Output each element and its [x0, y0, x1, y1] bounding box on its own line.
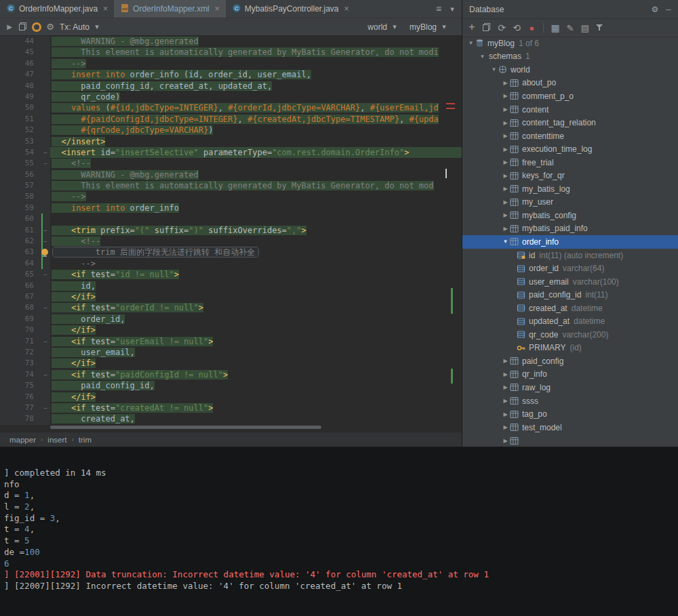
tree-item-content[interactable]: ▶content: [462, 103, 678, 117]
code-line[interactable]: 73 </if>: [0, 358, 462, 369]
run-console[interactable]: ] completed in 14 msnfod = 1,l = 2,fig_i…: [0, 447, 678, 616]
code-line[interactable]: 49 qr_code): [0, 91, 462, 102]
code-line[interactable]: 64 -->: [0, 258, 462, 269]
code-line[interactable]: 50 values (#{id,jdbcType=INTEGER}, #{ord…: [0, 102, 462, 113]
code-line[interactable]: 57 This element is automatically generat…: [0, 180, 462, 191]
fold-marker[interactable]: [41, 403, 50, 413]
chevron-collapsed-icon[interactable]: ▶: [501, 186, 510, 192]
edit-icon[interactable]: [563, 21, 577, 35]
fold-marker[interactable]: [41, 147, 50, 158]
code-line[interactable]: 52 #{qrCode,jdbcType=VARCHAR}): [0, 125, 462, 136]
tree-item-keys_for_qr[interactable]: ▶keys_for_qr: [462, 169, 678, 182]
table-view-icon[interactable]: [549, 21, 562, 35]
tree-item-raw_log[interactable]: ▶raw_log: [462, 381, 678, 394]
tree-item-my_batis_log[interactable]: ▶my_batis_log: [462, 182, 678, 196]
filter-icon[interactable]: [593, 21, 607, 35]
code-line[interactable]: 75 paid_config_id,: [0, 380, 462, 391]
code-line[interactable]: 76 </if>: [0, 392, 462, 403]
chevron-expanded-icon[interactable]: ▼: [478, 54, 487, 60]
close-icon[interactable]: ×: [103, 4, 108, 14]
tree-item-user_email[interactable]: user_emailvarchar(100): [462, 275, 678, 289]
hamburger-icon[interactable]: [432, 2, 445, 16]
code-line[interactable]: 54 <insert id="insertSelective" paramete…: [0, 147, 462, 158]
code-line[interactable]: 53 </insert>: [0, 136, 462, 147]
code-line[interactable]: 69 order_id,: [0, 314, 462, 325]
horizontal-scrollbar[interactable]: [50, 426, 321, 429]
chevron-collapsed-icon[interactable]: ▶: [501, 212, 510, 218]
tree-item-free_trial[interactable]: ▶free_trial: [462, 156, 678, 169]
tree-item-about_po[interactable]: ▶about_po: [462, 77, 678, 90]
close-icon[interactable]: ×: [215, 4, 220, 14]
tree-item-paid_config[interactable]: ▶paid_config: [462, 354, 678, 368]
code-line[interactable]: 56 WARNING - @mbg.generated: [0, 169, 462, 180]
chevron-down-icon[interactable]: [437, 20, 451, 34]
tree-item-execution_time_log[interactable]: ▶execution_time_log: [462, 142, 678, 156]
tab-OrderInfoMapper.java[interactable]: COrderInfoMapper.java×: [0, 0, 114, 18]
code-line[interactable]: 68 <if test="orderId != null">: [0, 302, 462, 313]
code-line[interactable]: 48 paid_config_id, created_at, updated_a…: [0, 81, 462, 91]
chevron-collapsed-icon[interactable]: ▶: [501, 384, 510, 390]
refresh-icon[interactable]: [495, 21, 509, 35]
chevron-expanded-icon[interactable]: ▼: [501, 239, 510, 245]
fold-marker[interactable]: [41, 302, 50, 313]
chevron-collapsed-icon[interactable]: ▶: [501, 199, 510, 205]
chevron-collapsed-icon[interactable]: ▶: [501, 133, 510, 139]
selector-world[interactable]: world: [367, 20, 401, 34]
chevron-collapsed-icon[interactable]: ▶: [501, 371, 510, 377]
tree-item-tag_po[interactable]: ▶tag_po: [462, 407, 678, 421]
intention-bulb-icon[interactable]: [41, 249, 48, 255]
code-line[interactable]: 45 This element is automatically generat…: [0, 47, 462, 58]
selector-myBlog[interactable]: myBlog: [410, 20, 451, 34]
tree-item-paid_config_id[interactable]: paid_config_idint(11): [462, 288, 678, 302]
play-icon[interactable]: [3, 20, 16, 34]
copy-icon[interactable]: [16, 20, 30, 34]
code-line[interactable]: 62 <!--: [0, 236, 462, 247]
tree-item-mybatis_paid_info[interactable]: ▶mybatis_paid_info: [462, 222, 678, 236]
plus-icon[interactable]: [465, 21, 479, 35]
tree-item-partial[interactable]: ▶: [462, 434, 678, 447]
chevron-collapsed-icon[interactable]: ▶: [501, 80, 510, 86]
chevron-collapsed-icon[interactable]: ▶: [501, 411, 510, 417]
stop-icon[interactable]: [525, 21, 538, 35]
code-line[interactable]: 74 <if test="paidConfigId != null">: [0, 369, 462, 380]
code-line[interactable]: 44 WARNING - @mbg.generated: [0, 36, 462, 47]
tree-item-content_tag_relation[interactable]: ▶content_tag_relation: [462, 116, 678, 129]
code-line[interactable]: 59 insert into order_info: [0, 203, 462, 213]
code-line[interactable]: 61 <trim prefix="(" suffix=")" suffixOve…: [0, 225, 462, 236]
datasource-icon[interactable]: [30, 20, 43, 34]
code-line[interactable]: 60: [0, 213, 462, 224]
chevron-expanded-icon[interactable]: ▼: [466, 40, 475, 46]
chevron-collapsed-icon[interactable]: ▶: [501, 159, 510, 165]
close-icon[interactable]: ×: [344, 4, 349, 14]
code-editor[interactable]: 44 WARNING - @mbg.generated45 This eleme…: [0, 36, 462, 432]
tree-item-ssss[interactable]: ▶ssss: [462, 394, 678, 408]
chevron-collapsed-icon[interactable]: ▶: [501, 120, 510, 126]
breadcrumb-item-trim[interactable]: trim: [79, 436, 92, 444]
chevron-collapsed-icon[interactable]: ▶: [501, 424, 510, 430]
tree-item-id[interactable]: idint(11) (auto increment): [462, 249, 678, 262]
tree-item-comment_p_o[interactable]: ▶comment_p_o: [462, 89, 678, 103]
tree-item-world[interactable]: ▼world: [462, 63, 678, 77]
code-line[interactable]: 78 created_at,: [0, 413, 462, 424]
tree-item-qr_code[interactable]: qr_codevarchar(200): [462, 328, 678, 342]
code-line[interactable]: 55 <!--: [0, 158, 462, 169]
error-stripe-mark[interactable]: [446, 103, 455, 104]
breadcrumb-item-mapper[interactable]: mapper: [9, 436, 36, 444]
chevron-collapsed-icon[interactable]: ▶: [501, 173, 510, 179]
tree-item-qr_info[interactable]: ▶qr_info: [462, 368, 678, 382]
code-line[interactable]: 65 <if test="id != null">: [0, 269, 462, 280]
wrench-icon[interactable]: [43, 20, 57, 34]
code-line[interactable]: 72 user_email,: [0, 347, 462, 358]
chevron-collapsed-icon[interactable]: ▶: [501, 398, 510, 404]
tree-item-updated_at[interactable]: updated_atdatetime: [462, 314, 678, 328]
error-stripe-mark[interactable]: [446, 108, 455, 109]
code-line[interactable]: 71 <if test="userEmail != null">: [0, 336, 462, 347]
fold-marker[interactable]: [41, 236, 50, 247]
transaction-mode-selector[interactable]: Tx: Auto: [60, 20, 104, 34]
tree-item-order_id[interactable]: order_idvarchar(64): [462, 262, 678, 275]
code-line[interactable]: 63 trim 后面的字段无法进行跳转 和自动补全: [0, 247, 462, 258]
code-line[interactable]: 77 <if test="createdAt != null">: [0, 403, 462, 413]
fold-marker[interactable]: [41, 158, 50, 169]
chevron-collapsed-icon[interactable]: ▶: [501, 226, 510, 232]
sync-icon[interactable]: [510, 21, 523, 35]
